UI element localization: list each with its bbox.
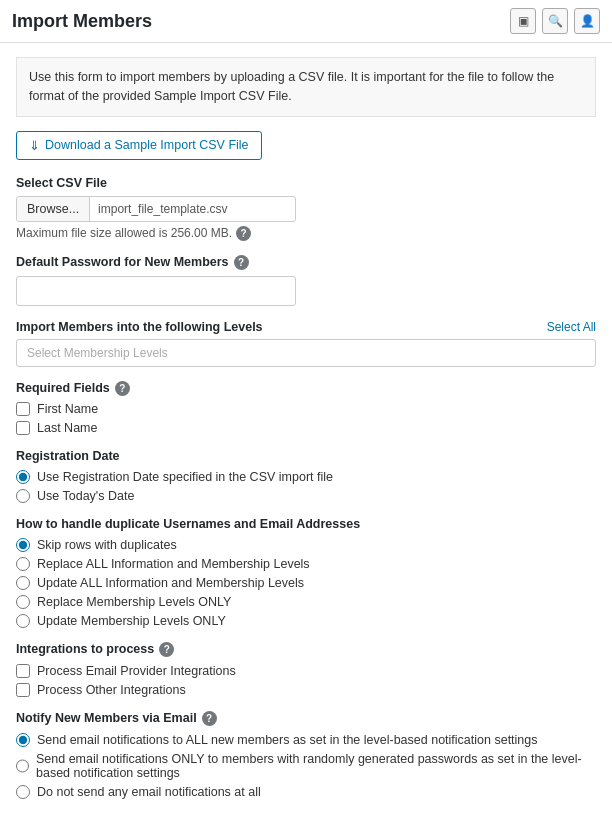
integrations-option-0: Process Email Provider Integrations: [16, 664, 596, 678]
dup-label-2: Update ALL Information and Membership Le…: [37, 576, 304, 590]
browse-button[interactable]: Browse...: [17, 197, 90, 221]
dup-label-4: Update Membership Levels ONLY: [37, 614, 226, 628]
select-all-link[interactable]: Select All: [547, 320, 596, 334]
file-max-size: Maximum file size allowed is 256.00 MB. …: [16, 226, 596, 241]
password-input[interactable]: [16, 276, 296, 306]
dup-radio-4[interactable]: [16, 614, 30, 628]
info-box: Use this form to import members by uploa…: [16, 57, 596, 117]
integration-label-1: Process Other Integrations: [37, 683, 186, 697]
duplicate-handling-section: How to handle duplicate Usernames and Em…: [16, 517, 596, 628]
last-name-checkbox[interactable]: [16, 421, 30, 435]
integrations-header: Integrations to process ?: [16, 642, 596, 657]
reg-date-radio-1[interactable]: [16, 489, 30, 503]
dup-radio-3[interactable]: [16, 595, 30, 609]
integration-checkbox-1[interactable]: [16, 683, 30, 697]
notify-header: Notify New Members via Email ?: [16, 711, 596, 726]
first-name-label: First Name: [37, 402, 98, 416]
notify-radio-0[interactable]: [16, 733, 30, 747]
integration-label-0: Process Email Provider Integrations: [37, 664, 236, 678]
duplicate-handling-title: How to handle duplicate Usernames and Em…: [16, 517, 596, 531]
max-size-help-icon[interactable]: ?: [236, 226, 251, 241]
integrations-section: Integrations to process ? Process Email …: [16, 642, 596, 697]
dup-label-0: Skip rows with duplicates: [37, 538, 177, 552]
levels-select[interactable]: Select Membership Levels: [16, 339, 596, 367]
password-label-row: Default Password for New Members ?: [16, 255, 596, 270]
dup-label-3: Replace Membership Levels ONLY: [37, 595, 231, 609]
integrations-title: Integrations to process: [16, 642, 154, 656]
notify-option-1: Send email notifications ONLY to members…: [16, 752, 596, 780]
integration-checkbox-0[interactable]: [16, 664, 30, 678]
required-fields-help-icon[interactable]: ?: [115, 381, 130, 396]
dup-option-1: Replace ALL Information and Membership L…: [16, 557, 596, 571]
notify-radio-2[interactable]: [16, 785, 30, 799]
first-name-checkbox[interactable]: [16, 402, 30, 416]
max-size-text: Maximum file size allowed is 256.00 MB.: [16, 226, 232, 240]
dup-option-4: Update Membership Levels ONLY: [16, 614, 596, 628]
reg-date-radio-0[interactable]: [16, 470, 30, 484]
notify-title: Notify New Members via Email: [16, 711, 197, 725]
notify-label-1: Send email notifications ONLY to members…: [36, 752, 596, 780]
notify-option-2: Do not send any email notifications at a…: [16, 785, 596, 799]
reg-date-label-1: Use Today's Date: [37, 489, 134, 503]
notify-label-2: Do not send any email notifications at a…: [37, 785, 261, 799]
password-label: Default Password for New Members: [16, 255, 229, 269]
levels-placeholder: Select Membership Levels: [27, 346, 168, 360]
main-content: Use this form to import members by uploa…: [0, 43, 612, 814]
search-icon[interactable]: 🔍: [542, 8, 568, 34]
required-fields-label: Required Fields: [16, 381, 110, 395]
user-icon[interactable]: 👤: [574, 8, 600, 34]
page-header: Import Members ▣ 🔍 👤: [0, 0, 612, 43]
notify-section: Notify New Members via Email ? Send emai…: [16, 711, 596, 799]
required-fields-section: Required Fields ? First Name Last Name: [16, 381, 596, 435]
reg-option-0: Use Registration Date specified in the C…: [16, 470, 596, 484]
dup-radio-1[interactable]: [16, 557, 30, 571]
integrations-option-1: Process Other Integrations: [16, 683, 596, 697]
file-input-row: Browse... import_file_template.csv: [16, 196, 296, 222]
dup-label-1: Replace ALL Information and Membership L…: [37, 557, 310, 571]
notify-help-icon[interactable]: ?: [202, 711, 217, 726]
checkbox-last-name: Last Name: [16, 421, 596, 435]
last-name-label: Last Name: [37, 421, 97, 435]
dup-radio-0[interactable]: [16, 538, 30, 552]
checkbox-first-name: First Name: [16, 402, 596, 416]
levels-label: Import Members into the following Levels: [16, 320, 263, 334]
header-icons: ▣ 🔍 👤: [510, 8, 600, 34]
dup-option-2: Update ALL Information and Membership Le…: [16, 576, 596, 590]
reg-option-1: Use Today's Date: [16, 489, 596, 503]
dup-option-3: Replace Membership Levels ONLY: [16, 595, 596, 609]
integrations-help-icon[interactable]: ?: [159, 642, 174, 657]
download-label: Download a Sample Import CSV File: [45, 138, 249, 152]
download-sample-button[interactable]: ⇓ Download a Sample Import CSV File: [16, 131, 262, 160]
reg-date-label-0: Use Registration Date specified in the C…: [37, 470, 333, 484]
password-help-icon[interactable]: ?: [234, 255, 249, 270]
info-text: Use this form to import members by uploa…: [29, 70, 554, 103]
page-title: Import Members: [12, 11, 152, 32]
dup-option-0: Skip rows with duplicates: [16, 538, 596, 552]
dup-radio-2[interactable]: [16, 576, 30, 590]
required-fields-header: Required Fields ?: [16, 381, 596, 396]
download-icon: ⇓: [29, 138, 40, 153]
notify-radio-1[interactable]: [16, 759, 29, 773]
levels-header: Import Members into the following Levels…: [16, 320, 596, 334]
notify-label-0: Send email notifications to ALL new memb…: [37, 733, 538, 747]
registration-date-title: Registration Date: [16, 449, 596, 463]
monitor-icon[interactable]: ▣: [510, 8, 536, 34]
notify-option-0: Send email notifications to ALL new memb…: [16, 733, 596, 747]
csv-section-label: Select CSV File: [16, 176, 596, 190]
file-name-display: import_file_template.csv: [90, 197, 295, 221]
registration-date-section: Registration Date Use Registration Date …: [16, 449, 596, 503]
